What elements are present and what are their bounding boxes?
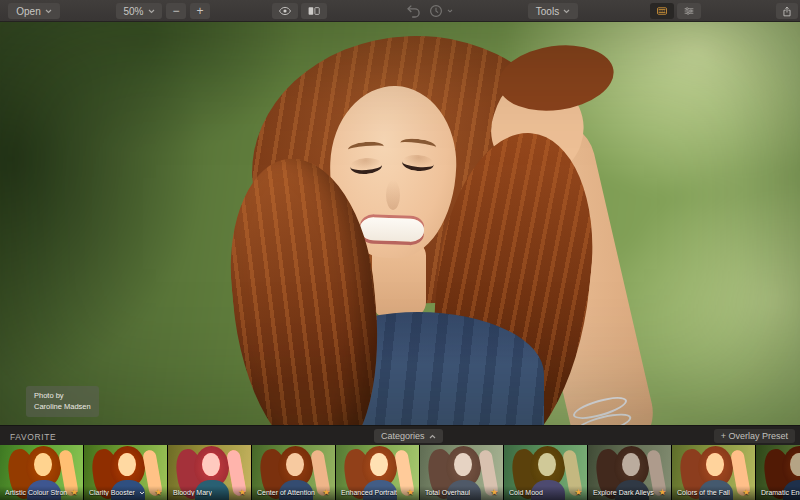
favorite-star-icon[interactable]: ★ [70,488,78,497]
preset-thumbnail[interactable]: Cold Mood ★ [504,445,587,500]
favorite-star-icon[interactable]: ★ [574,488,582,497]
tools-button-label: Tools [536,6,559,17]
favorite-star-icon[interactable]: ★ [742,488,750,497]
favorite-star-icon[interactable]: ★ [322,488,330,497]
share-export-button[interactable] [776,3,798,19]
editing-canvas-photo: Photo by Caroline Madsen [0,22,800,425]
preset-label-row: Artistic Colour Strong ★ [0,486,83,500]
undo-button[interactable] [402,3,424,19]
zoom-in-button[interactable]: + [190,3,210,19]
sliders-icon [684,5,694,17]
preset-label-row: Center of Attention ★ [252,486,335,500]
favorite-star-icon[interactable]: ★ [490,488,498,497]
preset-thumbnail[interactable]: Center of Attention ★ [252,445,335,500]
presets-filmstrip-icon [657,5,667,17]
compare-before-after-button[interactable] [301,3,327,19]
zoom-level-value: 50% [123,6,143,17]
categories-button[interactable]: Categories [374,429,443,443]
preset-name: Colors of the Fall [677,489,730,496]
preset-label-row: Bloody Mary ★ [168,486,251,500]
preset-name: Bloody Mary [173,489,212,496]
preset-label-row: Dramatic Energy ★ [756,486,800,500]
adjustments-panel-toggle-button[interactable] [677,3,701,19]
presets-category-bar: FAVORITE Categories + Overlay Preset [0,425,800,445]
preset-thumbnail[interactable]: Explore Dark Alleys ★ [588,445,671,500]
preset-name: Total Overhaul [425,489,470,496]
photo-credit-line2: Caroline Madsen [34,401,91,412]
open-button-label: Open [16,6,40,17]
favorite-star-icon[interactable]: ★ [406,488,414,497]
share-icon [783,4,791,19]
preset-name: Dramatic Energy [761,489,800,496]
plus-icon: + [197,5,204,17]
history-clock-icon [429,4,443,18]
preset-thumbnail[interactable]: Dramatic Energy ★ [756,445,800,500]
preset-thumbnail[interactable]: Bloody Mary ★ [168,445,251,500]
preset-name: Cold Mood [509,489,543,496]
preset-name: Clarity Booster [89,489,135,496]
preset-name: Explore Dark Alleys [593,489,654,496]
presets-filmstrip: Artistic Colour Strong ★ Clarity Booster… [0,445,800,500]
preset-label-row: Cold Mood ★ [504,486,587,500]
zoom-out-button[interactable]: − [166,3,186,19]
minus-icon: − [173,5,180,17]
categories-button-label: Categories [381,431,425,441]
tools-button[interactable]: Tools [528,3,578,19]
chevron-down-icon [447,9,453,13]
photo-editor-window: Open 50% − + Tools [0,0,800,500]
active-category-label: FAVORITE [10,432,56,442]
preset-label-row: Enhanced Portrait ★ [336,486,419,500]
chevron-down-icon [45,9,52,14]
chevron-down-icon[interactable] [139,491,145,495]
compare-icon [308,5,320,17]
photo-credit-watermark: Photo by Caroline Madsen [26,386,99,417]
history-button[interactable] [426,3,456,19]
open-button[interactable]: Open [8,3,60,19]
preset-label-row: Colors of the Fall ★ [672,486,755,500]
preset-name: Center of Attention [257,489,315,496]
favorite-star-icon[interactable]: ★ [658,488,666,497]
zoom-level-dropdown[interactable]: 50% [116,3,162,19]
preset-thumbnail[interactable]: Total Overhaul ★ [420,445,503,500]
chevron-down-icon [563,9,570,14]
preset-thumbnail[interactable]: Colors of the Fall ★ [672,445,755,500]
preset-name: Enhanced Portrait [341,489,397,496]
preset-label-row: Total Overhaul ★ [420,486,503,500]
preset-label-row: Clarity Booster ★ [84,486,167,500]
photo-credit-line1: Photo by [34,390,91,401]
chevron-down-icon [148,9,155,14]
eye-icon [279,5,291,17]
favorite-star-icon[interactable]: ★ [238,488,246,497]
photo-vignette [0,22,800,425]
undo-icon [405,4,421,18]
preset-thumbnail[interactable]: Enhanced Portrait ★ [336,445,419,500]
preset-thumbnail[interactable]: Clarity Booster ★ [84,445,167,500]
add-overlay-preset-button[interactable]: + Overlay Preset [714,429,795,443]
preset-thumbnail[interactable]: Artistic Colour Strong ★ [0,445,83,500]
favorite-star-icon[interactable]: ★ [154,488,162,497]
add-overlay-preset-label: + Overlay Preset [721,431,788,441]
preset-label-row: Explore Dark Alleys ★ [588,486,671,500]
top-toolbar: Open 50% − + Tools [0,0,800,22]
chevron-up-icon [429,434,436,439]
preview-toggle-button[interactable] [272,3,298,19]
preset-name: Artistic Colour Strong [5,489,67,496]
presets-panel-toggle-button[interactable] [650,3,674,19]
